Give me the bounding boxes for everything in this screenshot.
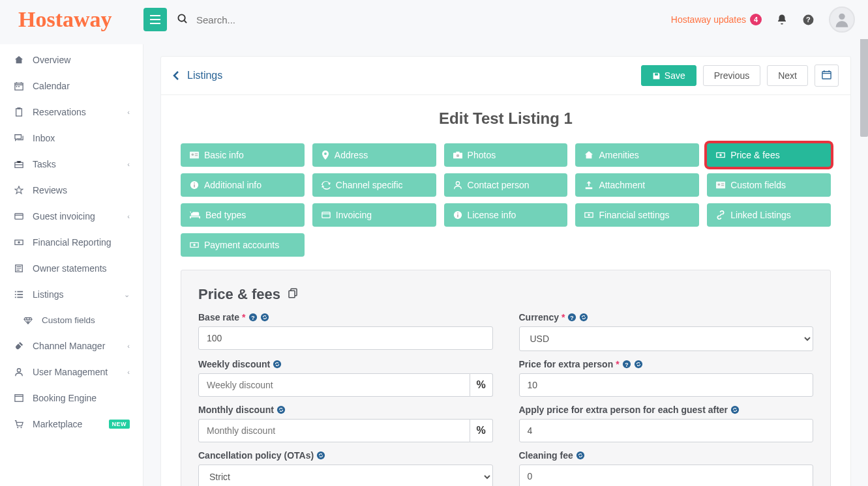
svg-rect-10 xyxy=(15,214,23,220)
sidebar-item-custom-fields[interactable]: Custom fields xyxy=(0,307,143,333)
sidebar-item-user-management[interactable]: User Management‹ xyxy=(0,359,143,385)
back-label: Listings xyxy=(187,70,222,81)
sidebar-item-marketplace[interactable]: MarketplaceNEW xyxy=(0,411,143,437)
search-wrap xyxy=(172,10,671,29)
tab-channel-specific[interactable]: Channel specific xyxy=(312,173,436,197)
percent-addon: % xyxy=(470,373,493,397)
monthly-discount-input[interactable] xyxy=(198,419,470,442)
panel-header: Listings Save Previous Next xyxy=(161,57,850,95)
copy-icon[interactable] xyxy=(287,286,299,303)
sync-icon[interactable] xyxy=(579,313,588,322)
sidebar-item-owner-statements[interactable]: Owner statements xyxy=(0,255,143,281)
svg-point-56 xyxy=(277,406,285,414)
form-grid: Base rate * ? Currency * ? xyxy=(198,312,813,486)
tab-price-fees[interactable]: Price & fees xyxy=(707,143,831,167)
tab-financial-settings[interactable]: Financial settings xyxy=(575,203,699,227)
tab-contact-person[interactable]: Contact person xyxy=(444,173,568,197)
logo[interactable]: Hostaway xyxy=(0,0,143,39)
question-icon[interactable]: ? xyxy=(248,313,258,322)
svg-point-14 xyxy=(17,369,20,372)
tab-amenities[interactable]: Amenities xyxy=(575,143,699,167)
sync-icon[interactable] xyxy=(316,451,325,460)
sidebar-item-guest-invoicing[interactable]: Guest invoicing‹ xyxy=(0,203,143,229)
previous-button[interactable]: Previous xyxy=(703,65,760,86)
sync-icon[interactable] xyxy=(730,405,740,414)
home-icon xyxy=(584,150,593,160)
sidebar-item-channel-manager[interactable]: Channel Manager‹ xyxy=(0,333,143,359)
price-extra-person-input[interactable] xyxy=(519,373,814,397)
sync-icon[interactable] xyxy=(273,360,282,369)
sidebar-item-inbox[interactable]: Inbox xyxy=(0,125,143,151)
upload-icon xyxy=(584,180,593,190)
svg-rect-7 xyxy=(16,109,22,116)
avatar[interactable] xyxy=(829,7,855,33)
next-button[interactable]: Next xyxy=(767,65,808,86)
svg-point-20 xyxy=(192,153,194,156)
tab-invoicing[interactable]: Invoicing xyxy=(312,203,436,227)
cancellation-select[interactable]: Strict xyxy=(198,465,493,486)
tab-bed-types[interactable]: Bed types xyxy=(181,203,305,227)
chevron-left-icon: ‹ xyxy=(127,342,130,350)
currency-select[interactable]: USD xyxy=(519,326,814,351)
price-fees-section: Price & fees Base rate * ? xyxy=(181,270,831,486)
question-icon[interactable]: ? xyxy=(622,360,631,369)
label-base-rate: Base rate * ? xyxy=(198,312,493,322)
sidebar-item-calendar[interactable]: Calendar xyxy=(0,73,143,99)
help-icon[interactable]: ? xyxy=(802,14,815,26)
card-icon xyxy=(14,212,26,221)
tab-payment-accounts[interactable]: Payment accounts xyxy=(181,233,305,257)
save-button[interactable]: Save xyxy=(641,65,696,86)
sidebar-item-label: Tasks xyxy=(33,159,56,169)
calendar-button[interactable] xyxy=(815,64,839,87)
sidebar-item-overview[interactable]: Overview xyxy=(0,47,143,73)
sidebar-item-label: Guest invoicing xyxy=(33,211,95,222)
tab-label: Address xyxy=(335,150,368,160)
tab-license-info[interactable]: License info xyxy=(444,203,568,227)
comments-icon xyxy=(14,134,26,143)
sidebar-item-reviews[interactable]: Reviews xyxy=(0,177,143,203)
clipboard-icon xyxy=(14,107,26,117)
sync-icon[interactable] xyxy=(576,451,585,460)
calendar-icon xyxy=(822,70,831,79)
save-label: Save xyxy=(665,70,685,81)
field-base-rate: Base rate * ? xyxy=(198,312,493,351)
tab-custom-fields[interactable]: Custom fields xyxy=(707,173,831,197)
sidebar-item-listings[interactable]: Listings⌄ xyxy=(0,281,143,307)
search-input[interactable] xyxy=(190,10,385,29)
new-badge: NEW xyxy=(109,420,130,429)
cleaning-fee-input[interactable] xyxy=(519,465,814,486)
sync-icon[interactable] xyxy=(277,405,286,414)
question-icon[interactable]: ? xyxy=(567,313,576,322)
menu-toggle-button[interactable] xyxy=(143,8,167,31)
weekly-discount-input[interactable] xyxy=(198,373,470,397)
label-apply-extra-after: Apply price for extra person for each gu… xyxy=(519,405,814,415)
chevron-left-icon: ‹ xyxy=(127,368,130,376)
sync-icon[interactable] xyxy=(260,313,269,322)
apply-extra-after-input[interactable] xyxy=(519,419,814,442)
tab-attachment[interactable]: Attachment xyxy=(575,173,699,197)
tab-additional-info[interactable]: Additional info xyxy=(181,173,305,197)
sidebar-item-label: Inbox xyxy=(33,133,55,143)
back-link[interactable]: Listings xyxy=(173,70,222,81)
svg-rect-6 xyxy=(18,86,20,87)
bell-icon[interactable] xyxy=(776,14,788,25)
tab-basic-info[interactable]: Basic info xyxy=(181,143,305,167)
panel: Listings Save Previous Next Edit Test Li… xyxy=(160,56,851,486)
tab-linked-listings[interactable]: Linked Listings xyxy=(707,203,831,227)
svg-rect-18 xyxy=(822,72,831,79)
svg-point-0 xyxy=(178,14,185,21)
tab-address[interactable]: Address xyxy=(312,143,436,167)
tab-photos[interactable]: Photos xyxy=(444,143,568,167)
sidebar-item-tasks[interactable]: Tasks‹ xyxy=(0,151,143,177)
svg-rect-29 xyxy=(194,184,195,187)
sidebar-item-financial-reporting[interactable]: Financial Reporting xyxy=(0,229,143,255)
tab-label: Custom fields xyxy=(730,180,786,190)
base-rate-input[interactable] xyxy=(198,326,493,350)
svg-point-16 xyxy=(17,427,18,428)
sidebar-item-booking-engine[interactable]: Booking Engine xyxy=(0,385,143,411)
label-price-extra-person: Price for extra person * ? xyxy=(519,359,814,369)
section-title: Price & fees xyxy=(198,286,813,303)
sidebar-item-reservations[interactable]: Reservations‹ xyxy=(0,99,143,125)
sync-icon[interactable] xyxy=(634,360,643,369)
updates-link[interactable]: Hostaway updates 4 xyxy=(671,14,762,25)
